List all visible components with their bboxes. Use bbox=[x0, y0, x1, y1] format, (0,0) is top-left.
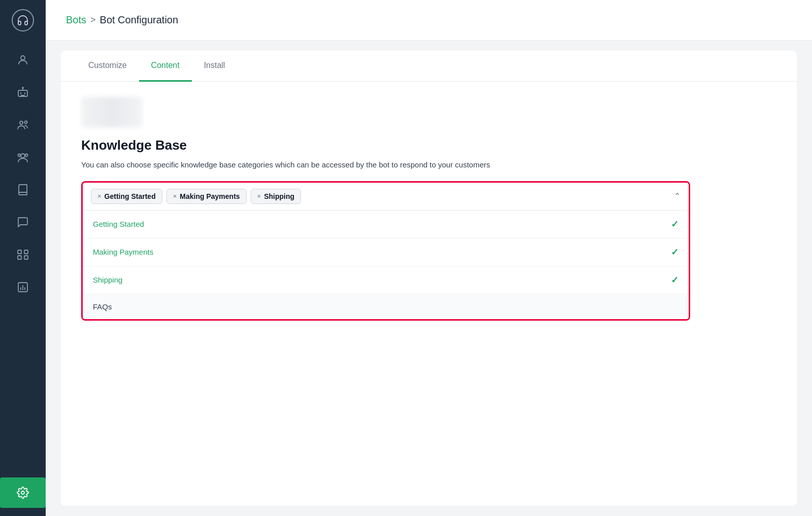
main-content: Bots > Bot Configuration Customize Conte… bbox=[46, 0, 812, 516]
tab-install[interactable]: Install bbox=[192, 51, 238, 82]
check-shipping-icon: ✓ bbox=[671, 274, 679, 286]
dropdown-item-shipping-label: Shipping bbox=[93, 276, 122, 284]
sidebar bbox=[0, 0, 46, 516]
svg-rect-14 bbox=[24, 256, 28, 259]
svg-rect-12 bbox=[24, 250, 28, 254]
sidebar-item-contacts[interactable] bbox=[0, 110, 46, 140]
page-body: Knowledge Base You can also choose speci… bbox=[61, 82, 797, 336]
dropdown-collapse-icon[interactable]: ⌃ bbox=[674, 191, 681, 201]
logo-icon bbox=[12, 9, 34, 31]
dropdown-item-shipping[interactable]: Shipping ✓ bbox=[83, 266, 689, 294]
sidebar-item-reports[interactable] bbox=[0, 272, 46, 302]
sidebar-item-teams[interactable] bbox=[0, 142, 46, 173]
knowledge-base-selector: × Getting Started × Making Payments × Sh… bbox=[81, 181, 690, 321]
tag-remove-making-payments-icon[interactable]: × bbox=[173, 192, 177, 200]
bot-image-placeholder bbox=[81, 97, 142, 127]
tag-getting-started-label: Getting Started bbox=[105, 192, 156, 200]
svg-rect-13 bbox=[18, 256, 21, 259]
tab-content[interactable]: Content bbox=[139, 51, 192, 82]
sidebar-item-identity[interactable] bbox=[0, 45, 46, 75]
sidebar-bottom bbox=[0, 477, 46, 516]
sidebar-item-settings[interactable] bbox=[0, 477, 46, 508]
check-making-payments-icon: ✓ bbox=[671, 247, 679, 258]
tag-making-payments[interactable]: × Making Payments bbox=[166, 189, 247, 204]
breadcrumb-current: Bot Configuration bbox=[100, 14, 179, 26]
svg-point-0 bbox=[21, 56, 25, 60]
selected-tags-row: × Getting Started × Making Payments × Sh… bbox=[83, 183, 689, 211]
dropdown-list: Getting Started ✓ Making Payments ✓ Ship… bbox=[83, 211, 689, 319]
dropdown-item-making-payments[interactable]: Making Payments ✓ bbox=[83, 238, 689, 266]
dropdown-item-faqs-label: FAQs bbox=[93, 302, 112, 311]
check-getting-started-icon: ✓ bbox=[671, 219, 679, 230]
tag-remove-shipping-icon[interactable]: × bbox=[257, 192, 261, 200]
tag-getting-started[interactable]: × Getting Started bbox=[91, 189, 162, 204]
content-card: Customize Content Install Knowledge Base… bbox=[61, 51, 797, 506]
svg-point-9 bbox=[18, 154, 21, 157]
section-description: You can also choose specific knowledge b… bbox=[81, 159, 538, 171]
breadcrumb-parent[interactable]: Bots bbox=[66, 14, 86, 26]
dropdown-item-faqs[interactable]: FAQs bbox=[83, 294, 689, 319]
svg-point-2 bbox=[22, 87, 23, 88]
tab-bar: Customize Content Install bbox=[61, 51, 797, 82]
tag-shipping-label: Shipping bbox=[264, 192, 294, 200]
header: Bots > Bot Configuration bbox=[46, 0, 812, 41]
dropdown-item-making-payments-label: Making Payments bbox=[93, 248, 153, 256]
tab-customize[interactable]: Customize bbox=[76, 51, 139, 82]
dropdown-item-getting-started[interactable]: Getting Started ✓ bbox=[83, 211, 689, 238]
tag-making-payments-label: Making Payments bbox=[180, 192, 240, 200]
breadcrumb-separator: > bbox=[90, 15, 96, 25]
svg-point-6 bbox=[20, 121, 23, 124]
dropdown-item-getting-started-label: Getting Started bbox=[93, 220, 144, 228]
tag-remove-getting-started-icon[interactable]: × bbox=[97, 192, 101, 200]
svg-point-7 bbox=[25, 121, 27, 124]
svg-point-10 bbox=[25, 154, 28, 157]
tag-shipping[interactable]: × Shipping bbox=[251, 189, 301, 204]
sidebar-navigation bbox=[0, 41, 46, 477]
section-title: Knowledge Base bbox=[81, 137, 776, 153]
sidebar-item-library[interactable] bbox=[0, 175, 46, 205]
sidebar-item-conversations[interactable] bbox=[0, 207, 46, 237]
sidebar-item-workspace[interactable] bbox=[0, 239, 46, 270]
sidebar-item-bots[interactable] bbox=[0, 77, 46, 108]
svg-rect-11 bbox=[18, 250, 21, 254]
svg-point-16 bbox=[21, 491, 24, 494]
svg-point-8 bbox=[21, 154, 25, 158]
sidebar-logo bbox=[0, 0, 46, 41]
